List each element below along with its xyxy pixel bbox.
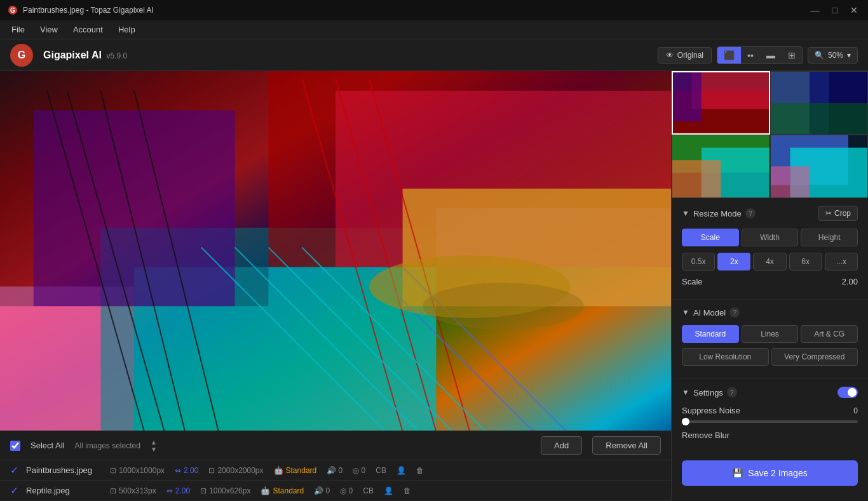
menu-help[interactable]: Help [112, 22, 142, 37]
suppress-noise-label: Suppress Noise [682, 406, 740, 415]
app-version: v5.9.0 [107, 51, 128, 60]
file-name-2: Reptile.jpeg [26, 486, 102, 495]
select-all-label[interactable]: Select All [31, 441, 64, 450]
save-label: Save 2 Images [748, 468, 807, 478]
width-tab[interactable]: Width [742, 229, 799, 246]
view-split-h-button[interactable]: ▬ [760, 47, 782, 63]
model-low-resolution[interactable]: Low Resolution [682, 348, 769, 366]
thumbnail-4 [770, 135, 869, 198]
svg-rect-10 [34, 110, 235, 307]
model-icon-2: 🤖 [261, 486, 270, 495]
menu-account[interactable]: Account [67, 22, 109, 37]
file-delete-2[interactable]: 🗑 [403, 486, 411, 495]
view-split-v-button[interactable]: ▪▪ [741, 47, 760, 63]
maximize-button[interactable]: □ [830, 6, 840, 15]
file-check-1[interactable]: ✓ [10, 464, 18, 476]
resize-mode-section: ▼ Resize Mode ? ✂ Crop Scale Width Heigh… [672, 198, 868, 300]
thumb-image-2 [771, 72, 868, 134]
scale-icon-2: ⇔ [166, 486, 173, 495]
height-tab[interactable]: Height [801, 229, 858, 246]
close-button[interactable]: ✕ [848, 6, 860, 15]
scale-custom[interactable]: ...x [825, 253, 858, 271]
file-cb-2: CB [363, 486, 374, 495]
file-blur-2: ◎ 0 [340, 486, 353, 495]
settings-toggle-switch[interactable] [837, 387, 858, 398]
right-panel: ▼ Resize Mode ? ✂ Crop Scale Width Heigh… [671, 71, 868, 501]
file-output-dim-1: ⊡ 2000x2000px [208, 466, 263, 475]
original-button[interactable]: 👁 Original [658, 47, 712, 63]
select-all-checkbox[interactable] [10, 441, 20, 451]
table-row: ✓ Reptile.jpeg ⊡ 500x313px ⇔ 2.00 ⊡ [0, 481, 671, 501]
file-scale-val-2: 2.00 [175, 486, 190, 495]
menu-view[interactable]: View [34, 22, 64, 37]
file-person-icon-1: 👤 [397, 466, 406, 475]
model-standard[interactable]: Standard [682, 325, 739, 343]
remove-blur-label: Remove Blur [682, 431, 729, 440]
file-list-area: Select All All images selected ▲ ▼ Add R… [0, 431, 671, 501]
file-list-header: Select All All images selected ▲ ▼ Add R… [0, 431, 671, 460]
remove-all-button[interactable]: Remove All [592, 436, 661, 455]
app-icon: G [8, 5, 18, 15]
view-single-button[interactable]: ⬛ [717, 47, 741, 63]
settings-toggle-icon[interactable]: ▼ [682, 388, 689, 397]
file-delete-1[interactable]: 🗑 [416, 466, 424, 475]
ai-model-help[interactable]: ? [729, 307, 740, 317]
thumbnail-grid [672, 71, 868, 198]
scale-tab[interactable]: Scale [682, 229, 739, 246]
crop-icon: ✂ [825, 209, 832, 218]
scale-2x[interactable]: 2x [717, 253, 750, 271]
file-scale-2: ⇔ 2.00 [166, 486, 190, 495]
thumb-image-3 [672, 135, 770, 197]
suppress-noise-slider[interactable] [682, 420, 858, 423]
file-scale-val-1: 2.00 [184, 466, 198, 475]
ai-model-toggle-icon[interactable]: ▼ [682, 308, 689, 317]
sort-arrows[interactable]: ▲ ▼ [151, 439, 157, 453]
file-meta-2: ⊡ 500x313px ⇔ 2.00 ⊡ 1000x626px 🤖 [110, 486, 661, 495]
resize-toggle-icon[interactable]: ▼ [682, 209, 689, 218]
ai-model-header: ▼ AI Model ? [682, 307, 858, 317]
menu-file[interactable]: File [5, 22, 31, 37]
menu-bar: File View Account Help [0, 20, 868, 39]
canvas-container[interactable] [0, 71, 671, 463]
file-input-dim-2: ⊡ 500x313px [110, 486, 156, 495]
resize-mode-help[interactable]: ? [745, 208, 756, 218]
file-noise-2: 🔊 0 [314, 486, 330, 495]
crop-button[interactable]: ✂ Crop [818, 206, 858, 221]
scale-6x[interactable]: 6x [789, 253, 822, 271]
resize-icon-2: ⊡ [110, 486, 116, 495]
table-row: ✓ Paintbrushes.jpeg ⊡ 1000x1000px ⇔ 2.00… [0, 460, 671, 481]
resize-mode-header: ▼ Resize Mode ? ✂ Crop [682, 206, 858, 221]
remove-blur-row: Remove Blur [682, 431, 858, 440]
scale-icon-1: ⇔ [175, 466, 181, 475]
thumbnail-3 [672, 135, 770, 198]
suppress-noise-value: 0 [845, 406, 858, 415]
selected-info: All images selected [74, 441, 140, 450]
file-noise-1: 🔊 0 [327, 466, 342, 475]
file-blur-1: ◎ 0 [353, 466, 365, 475]
file-output-dim-2: ⊡ 1000x626px [200, 486, 250, 495]
scale-value: 2.00 [842, 277, 858, 286]
file-input-dim-val-1: 1000x1000px [119, 466, 165, 475]
scale-button-group: 0.5x 2x 4x 6x ...x [682, 253, 858, 271]
window-controls: — □ ✕ [808, 6, 860, 15]
add-button[interactable]: Add [541, 436, 582, 455]
save-icon: 💾 [732, 468, 743, 478]
file-check-2[interactable]: ✓ [10, 484, 18, 497]
scale-4x[interactable]: 4x [753, 253, 786, 271]
save-button[interactable]: 💾 Save 2 Images [682, 460, 858, 486]
minimize-button[interactable]: — [808, 6, 822, 15]
model-art-cg[interactable]: Art & CG [801, 325, 858, 343]
zoom-control[interactable]: 🔍 50% ▾ [808, 47, 858, 63]
model-lines[interactable]: Lines [742, 325, 799, 343]
view-quad-button[interactable]: ⊞ [782, 47, 802, 63]
model-very-compressed[interactable]: Very Compressed [771, 348, 858, 366]
zoom-icon: 🔍 [815, 51, 824, 60]
file-scale-1: ⇔ 2.00 [175, 466, 198, 475]
settings-help[interactable]: ? [727, 387, 737, 397]
slider-thumb[interactable] [682, 418, 689, 425]
model-sub-options: Low Resolution Very Compressed [682, 348, 858, 366]
svg-rect-31 [672, 72, 702, 121]
scale-05x[interactable]: 0.5x [682, 253, 715, 271]
svg-rect-30 [692, 72, 770, 109]
original-label: Original [677, 51, 703, 60]
